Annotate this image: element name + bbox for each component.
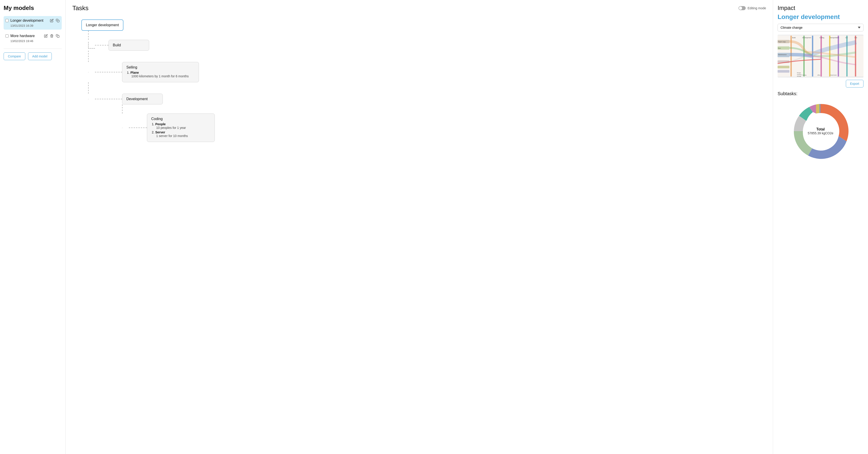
svg-text:Design: Design (797, 72, 801, 73)
build-h-connector (88, 42, 95, 49)
compare-button[interactable]: Compare (4, 53, 25, 60)
svg-text:meeting: meeting (797, 74, 802, 75)
selling-item-1-detail: 1000 kilometers by 1 month for 6 months (131, 74, 195, 78)
add-model-button[interactable]: Add model (28, 53, 52, 60)
coding-h-line (129, 127, 147, 128)
donut-chart (789, 99, 852, 163)
export-button[interactable]: Export (846, 80, 864, 88)
model-actions-hardware (43, 34, 60, 38)
svg-rect-15 (778, 66, 789, 68)
model-checkbox-hardware[interactable] (5, 34, 8, 37)
center-panel: Tasks Editing mode Longer development (66, 0, 773, 454)
svg-text:Testing: Testing (802, 74, 806, 76)
svg-text:Use: Use (855, 37, 857, 38)
root-v-line (88, 31, 89, 40)
coding-v-line (122, 104, 129, 114)
sidebar: My models Longer development (0, 0, 66, 454)
model-date-hardware: 13/02/2023 19:46 (10, 39, 60, 43)
selling-item-1-bold: Plane (130, 71, 139, 74)
selling-list-item-1: Plane 1000 kilometers by 1 month for 6 m… (130, 71, 195, 78)
model-checkbox-longer[interactable] (5, 19, 8, 22)
center-header: Tasks Editing mode (72, 4, 766, 12)
selling-h-line (95, 72, 122, 72)
svg-text:office: office (817, 74, 820, 76)
model-name-hardware: More hardware (10, 34, 35, 38)
sankey-chart: Build Development Coding transportation … (778, 35, 864, 78)
editing-mode-toggle[interactable]: Editing mode (739, 6, 766, 10)
model-date-longer: 13/01/2023 16:39 (10, 24, 60, 27)
copy-button-hardware[interactable] (55, 34, 60, 38)
right-panel: Impact Longer development Climate change… (773, 0, 868, 454)
coding-item-1-detail: 10 peoples for 1 year (156, 126, 211, 129)
impact-title: Impact (778, 4, 864, 11)
coding-branch: Coding People 10 peoples for 1 year Serv… (81, 104, 215, 142)
svg-point-32 (803, 114, 838, 149)
task-build-box[interactable]: Build (108, 40, 149, 51)
coding-item-2-bold: Server (155, 130, 165, 134)
sidebar-buttons: Compare Add model (4, 53, 62, 60)
build-below-line (88, 51, 215, 62)
model-name-longer: Longer development (10, 18, 43, 23)
impact-model-name: Longer development (778, 13, 864, 21)
task-tree: Longer development Build (72, 17, 766, 144)
toggle-switch[interactable] (739, 6, 746, 10)
task-build-title: Build (113, 43, 145, 47)
coding-task-list: People 10 peoples for 1 year Server 1 se… (151, 122, 211, 138)
svg-rect-1 (57, 35, 59, 37)
svg-rect-16 (778, 70, 789, 72)
model-item-longer-development[interactable]: Longer development 13/01/2023 16:39 (4, 16, 62, 30)
svg-text:transportation: transportation (830, 37, 839, 39)
editing-mode-label: Editing mode (747, 6, 766, 10)
svg-text:Development: Development (802, 37, 811, 39)
dev-h-line (95, 99, 122, 99)
svg-text:Car: Car (845, 37, 848, 38)
selling-branch: Selling Plane 1000 kilometers by 1 month… (81, 62, 215, 94)
task-selling-box[interactable]: Selling Plane 1000 kilometers by 1 month… (122, 62, 199, 82)
svg-text:DataCenter: DataCenter (830, 74, 837, 76)
svg-text:Build: Build (792, 37, 796, 38)
level1-container: Build Selling Plane (81, 40, 215, 142)
task-root-title: Longer development (86, 23, 119, 27)
edit-button-hardware[interactable] (43, 34, 48, 38)
coding-list-item-1: People 10 peoples for 1 year (155, 122, 211, 129)
task-development-title: Development (126, 97, 158, 101)
svg-text:Paper copy: Paper copy (778, 41, 786, 43)
coding-item-2-detail: 1 server for 10 months (156, 134, 211, 138)
svg-text:Maintenance: Maintenance (778, 54, 786, 55)
task-development-box[interactable]: Development (122, 94, 163, 104)
coding-stub (122, 128, 129, 128)
climate-dropdown[interactable]: Climate change Water use Land use (778, 24, 864, 31)
model-item-more-hardware[interactable]: More hardware (4, 31, 62, 45)
svg-rect-0 (57, 20, 59, 22)
selling-below-line (88, 82, 215, 94)
svg-text:Coding: Coding (819, 37, 824, 39)
subtasks-title: Subtasks: (778, 91, 864, 96)
sidebar-divider (4, 49, 62, 49)
coding-list-item-2: Server 1 server for 10 months (155, 130, 211, 138)
copy-button-longer[interactable] (55, 18, 60, 23)
development-branch: Development (81, 94, 215, 142)
selling-task-list: Plane 1000 kilometers by 1 month for 6 m… (126, 71, 195, 78)
build-branch: Build (81, 40, 215, 62)
svg-text:Run: Run (778, 48, 781, 49)
edit-button-longer[interactable] (50, 18, 54, 23)
center-title: Tasks (72, 4, 89, 12)
svg-rect-8 (838, 36, 839, 77)
delete-button-hardware[interactable] (50, 34, 54, 38)
task-coding-box[interactable]: Coding People 10 peoples for 1 year Serv… (147, 114, 215, 142)
task-coding-title: Coding (151, 117, 211, 121)
export-row: Export (778, 80, 864, 88)
selling-stub (88, 72, 95, 72)
task-root-box[interactable]: Longer development (81, 20, 123, 31)
model-actions-longer (50, 18, 60, 23)
donut-chart-container: Total 57855.39 kgCO2e (778, 99, 864, 163)
task-selling-title: Selling (126, 65, 195, 69)
build-h-line (95, 45, 108, 46)
sidebar-title: My models (4, 4, 62, 11)
coding-item-1-bold: People (155, 122, 166, 126)
svg-text:storage: storage (797, 75, 801, 77)
